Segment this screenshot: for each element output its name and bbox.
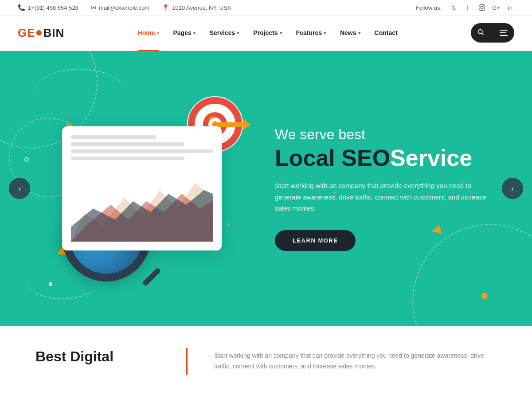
logo-dot-icon: ● bbox=[35, 26, 43, 39]
chevron-left-icon: ‹ bbox=[18, 184, 21, 193]
monitor-graphic bbox=[62, 126, 222, 250]
phone-number: 1+(91) 458 654 528 bbox=[28, 4, 78, 11]
nav-home[interactable]: Home ▾ bbox=[131, 15, 166, 51]
main-nav: Home ▾ Pages ▾ Services ▾ Projects ▾ Fea… bbox=[131, 15, 405, 51]
topbar-address: 📍 1010 Avenue, NY, USA bbox=[162, 4, 231, 11]
chevron-down-icon: ▾ bbox=[324, 31, 326, 35]
svg-line-1 bbox=[482, 33, 484, 35]
twitter-icon[interactable]: 𝕏 bbox=[450, 4, 458, 12]
bottom-title-block: Best Digital bbox=[35, 348, 160, 365]
chevron-down-icon: ▾ bbox=[237, 31, 239, 35]
bottom-title: Best Digital bbox=[35, 348, 160, 365]
monitor-line bbox=[71, 156, 184, 160]
facebook-icon[interactable]: f bbox=[464, 4, 472, 12]
topbar-contact: 📞 1+(91) 458 654 528 ✉ mail@example.com … bbox=[18, 4, 231, 11]
hero-description: Start working with an company that provi… bbox=[275, 180, 497, 214]
google-plus-icon[interactable]: G+ bbox=[492, 4, 500, 12]
hamburger-icon bbox=[500, 30, 508, 36]
header-actions bbox=[471, 23, 514, 43]
chevron-down-icon: ▾ bbox=[157, 31, 159, 35]
hero-title-local: Local bbox=[275, 145, 341, 171]
orange-dot-bottomright bbox=[481, 293, 488, 299]
chevron-right-icon: › bbox=[511, 184, 514, 193]
menu-button[interactable] bbox=[490, 23, 514, 43]
topbar-social: Follow us: 𝕏 f G+ in bbox=[415, 4, 514, 12]
address-text: 1010 Avenue, NY, USA bbox=[172, 4, 231, 11]
magnifier-handle bbox=[142, 267, 161, 287]
nav-projects[interactable]: Projects ▾ bbox=[246, 15, 289, 51]
monitor-line bbox=[71, 135, 156, 139]
monitor-line bbox=[71, 149, 213, 153]
chevron-down-icon: ▾ bbox=[193, 31, 196, 35]
chevron-down-icon: ▾ bbox=[358, 31, 360, 35]
monitor-line bbox=[71, 142, 184, 146]
logo-bin: BIN bbox=[43, 26, 65, 40]
hero-content: We serve best Local SEOService Start wor… bbox=[0, 91, 532, 286]
email-address: mail@example.com bbox=[99, 4, 149, 11]
hero-title-seo: SEO bbox=[341, 145, 390, 171]
hero-illustration bbox=[35, 91, 248, 286]
search-icon bbox=[477, 28, 484, 37]
topbar-phone: 📞 1+(91) 458 654 528 bbox=[18, 4, 78, 11]
hero-section: + + + ‹ bbox=[0, 51, 532, 326]
monitor-chart bbox=[71, 168, 213, 242]
hero-cta-button[interactable]: LEARN MORE bbox=[275, 230, 356, 251]
nav-pages[interactable]: Pages ▾ bbox=[166, 15, 203, 51]
nav-features[interactable]: Features ▾ bbox=[289, 15, 333, 51]
topbar-email: ✉ mail@example.com bbox=[91, 4, 149, 11]
bottom-description: Start working with an company that can p… bbox=[214, 348, 497, 372]
search-button[interactable] bbox=[471, 23, 490, 43]
hero-text: We serve best Local SEOService Start wor… bbox=[248, 126, 497, 251]
chevron-down-icon: ▾ bbox=[280, 31, 282, 35]
hero-title: Local SEOService bbox=[275, 145, 497, 172]
bottom-divider bbox=[186, 348, 188, 375]
phone-icon: 📞 bbox=[18, 4, 25, 11]
slider-next-button[interactable]: › bbox=[502, 178, 523, 199]
topbar: 📞 1+(91) 458 654 528 ✉ mail@example.com … bbox=[0, 0, 532, 16]
follow-label: Follow us: bbox=[415, 4, 442, 11]
email-icon: ✉ bbox=[91, 4, 96, 11]
hero-subtitle: We serve best bbox=[275, 126, 497, 143]
nav-news[interactable]: News ▾ bbox=[333, 15, 368, 51]
logo[interactable]: GE●BIN bbox=[18, 26, 64, 40]
linkedin-icon[interactable]: in bbox=[506, 4, 514, 12]
nav-services[interactable]: Services ▾ bbox=[203, 15, 246, 51]
svg-point-0 bbox=[478, 30, 482, 34]
hero-title-service: Service bbox=[390, 145, 472, 171]
location-icon: 📍 bbox=[162, 4, 169, 11]
logo-geo: GE bbox=[18, 26, 35, 40]
bottom-section: Best Digital Start working with an compa… bbox=[0, 326, 532, 388]
nav-contact[interactable]: Contact bbox=[368, 15, 405, 51]
header: GE●BIN Home ▾ Pages ▾ Services ▾ Project… bbox=[0, 16, 532, 51]
instagram-icon[interactable] bbox=[478, 4, 486, 12]
slider-prev-button[interactable]: ‹ bbox=[9, 178, 30, 199]
